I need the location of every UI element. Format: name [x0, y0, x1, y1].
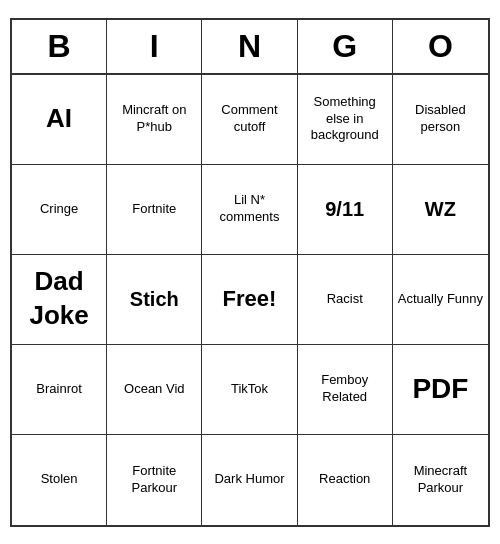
- header-letter-b: B: [12, 20, 107, 73]
- bingo-cell-10: Dad Joke: [12, 255, 107, 345]
- bingo-cell-0: AI: [12, 75, 107, 165]
- bingo-cell-4: Disabled person: [393, 75, 488, 165]
- bingo-cell-19: PDF: [393, 345, 488, 435]
- bingo-cell-9: WZ: [393, 165, 488, 255]
- bingo-cell-11: Stich: [107, 255, 202, 345]
- bingo-cell-1: Mincraft on P*hub: [107, 75, 202, 165]
- bingo-cell-14: Actually Funny: [393, 255, 488, 345]
- header-letter-n: N: [202, 20, 297, 73]
- bingo-cell-16: Ocean Vid: [107, 345, 202, 435]
- bingo-card: BINGO AIMincraft on P*hubComment cutoffS…: [10, 18, 490, 527]
- header-letter-i: I: [107, 20, 202, 73]
- bingo-cell-24: Minecraft Parkour: [393, 435, 488, 525]
- header-letter-o: O: [393, 20, 488, 73]
- bingo-cell-8: 9/11: [298, 165, 393, 255]
- bingo-cell-20: Stolen: [12, 435, 107, 525]
- bingo-cell-3: Something else in background: [298, 75, 393, 165]
- bingo-cell-17: TikTok: [202, 345, 297, 435]
- bingo-cell-22: Dark Humor: [202, 435, 297, 525]
- bingo-header: BINGO: [12, 20, 488, 75]
- bingo-cell-18: Femboy Related: [298, 345, 393, 435]
- bingo-cell-7: Lil N* comments: [202, 165, 297, 255]
- bingo-cell-6: Fortnite: [107, 165, 202, 255]
- bingo-cell-15: Brainrot: [12, 345, 107, 435]
- bingo-cell-21: Fortnite Parkour: [107, 435, 202, 525]
- bingo-cell-2: Comment cutoff: [202, 75, 297, 165]
- bingo-cell-13: Racist: [298, 255, 393, 345]
- bingo-cell-5: Cringe: [12, 165, 107, 255]
- bingo-cell-23: Reaction: [298, 435, 393, 525]
- bingo-grid: AIMincraft on P*hubComment cutoffSomethi…: [12, 75, 488, 525]
- header-letter-g: G: [298, 20, 393, 73]
- bingo-cell-12: Free!: [202, 255, 297, 345]
